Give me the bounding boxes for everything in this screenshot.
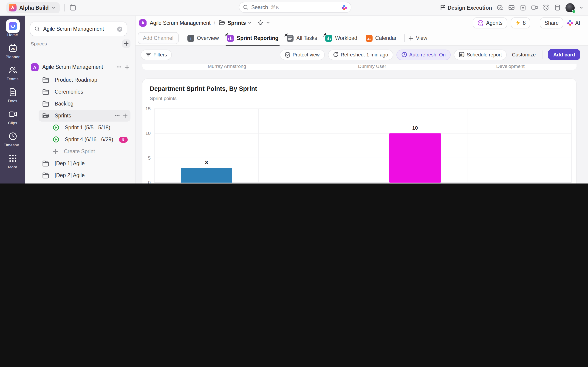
- add-channel-button[interactable]: Add Channel: [138, 32, 179, 44]
- flag-icon: [440, 5, 445, 10]
- tab-calendar[interactable]: 31 Calendar: [361, 30, 401, 46]
- sidebar-item-sprints[interactable]: Sprints: [39, 110, 130, 122]
- sidebar-item-ceremonies[interactable]: Ceremonies: [39, 86, 130, 98]
- search-icon: [35, 26, 40, 32]
- timesheet-clock-icon: [8, 131, 17, 141]
- sidebar: Agile Scrum Management Spaces A Agile Sc…: [25, 15, 136, 184]
- tab-label: Sprint Reporting: [237, 35, 278, 41]
- protect-view-button[interactable]: Protect view: [280, 49, 325, 60]
- clear-search-icon[interactable]: [117, 26, 123, 32]
- notes-doc-icon[interactable]: [554, 4, 561, 11]
- clips-video-icon: [8, 109, 17, 119]
- rail-item-planner[interactable]: 25Planner: [0, 43, 25, 59]
- plus-icon: [409, 35, 414, 41]
- rail-item-docs[interactable]: Docs: [0, 87, 25, 103]
- tab-workload[interactable]: Workload: [321, 30, 362, 46]
- chevron-down-icon[interactable]: [579, 6, 583, 10]
- sidebar-item-sprint-1-5-5-5-18[interactable]: Sprint 1 (5/5 - 5/18): [49, 122, 130, 133]
- search-shortcut: ⌘K: [271, 4, 279, 10]
- ellipsis-icon[interactable]: [116, 66, 122, 68]
- sidebar-item-backlog[interactable]: Backlog: [39, 98, 130, 110]
- rail-item-label: Home: [7, 33, 18, 37]
- customize-button[interactable]: Customize: [512, 52, 536, 57]
- ai-button[interactable]: AI: [567, 19, 580, 26]
- filter-icon: [146, 52, 151, 57]
- filters-label: Filters: [153, 52, 167, 57]
- plus-icon: [53, 149, 58, 154]
- sidebar-item-label: [Dep 2] Agile: [55, 173, 130, 178]
- plus-icon[interactable]: [124, 65, 130, 69]
- header-actions: Agents 8 Share AI: [473, 17, 580, 28]
- ai-flower-icon[interactable]: [341, 4, 347, 10]
- breadcrumb-space[interactable]: Agile Scrum Management: [150, 20, 211, 25]
- status-flag[interactable]: Design Execution: [440, 5, 492, 10]
- auto-refresh-toggle[interactable]: Auto refresh: On: [397, 49, 451, 60]
- info-icon: i: [187, 35, 194, 42]
- calendar-icon[interactable]: [69, 4, 76, 11]
- more-grid-icon: [9, 153, 17, 163]
- folder-icon: [42, 172, 49, 178]
- sidebar-item-product-roadmap[interactable]: Product Roadmap: [39, 74, 130, 86]
- bar-chart-card[interactable]: Department Sprint Points, By Sprint Spri…: [142, 79, 576, 184]
- alarm-clock-icon[interactable]: [543, 4, 549, 11]
- credits-button[interactable]: 8: [511, 17, 530, 28]
- inbox-icon[interactable]: [508, 4, 515, 11]
- ai-flower-icon: [567, 19, 573, 26]
- refreshed-button[interactable]: Refreshed: 1 min ago: [328, 49, 393, 60]
- clips-camera-icon[interactable]: [531, 4, 538, 11]
- add-card-button[interactable]: Add card: [548, 49, 580, 60]
- report-icon: [459, 52, 464, 57]
- tab-overview[interactable]: i Overview: [183, 30, 223, 46]
- svg-text:15: 15: [145, 106, 151, 111]
- user-avatar[interactable]: [565, 3, 575, 12]
- view-tabs: Add Channel i Overview Sprint Reporting …: [136, 30, 588, 46]
- star-icon[interactable]: [257, 19, 264, 26]
- schedule-report-label: Schedule report: [467, 52, 502, 57]
- svg-text:5: 5: [148, 155, 151, 161]
- agents-button[interactable]: Agents: [473, 17, 507, 28]
- lightning-icon: [515, 20, 520, 26]
- sidebar-item-label: Backlog: [55, 101, 130, 106]
- chevron-down-icon: [52, 6, 56, 10]
- folder-open-icon: [42, 112, 49, 119]
- schedule-report-button[interactable]: Schedule report: [454, 49, 507, 60]
- sidebar-item-dep-3-agile[interactable]: [Dep 3] Agile: [39, 181, 130, 184]
- chevron-down-icon[interactable]: [248, 21, 252, 25]
- rail-item-more[interactable]: More: [0, 153, 25, 169]
- global-search-input[interactable]: Search ⌘K: [239, 2, 351, 13]
- rail-item-timeshe[interactable]: Timeshe..: [0, 131, 25, 147]
- sidebar-item-dep-2-agile[interactable]: [Dep 2] Agile: [39, 169, 130, 181]
- rail-item-teams[interactable]: Teams: [0, 65, 25, 81]
- clipped-label: Murray Armstrong: [208, 63, 246, 69]
- filters-button[interactable]: Filters: [141, 49, 172, 60]
- sidebar-item-create-sprint[interactable]: Create Sprint: [49, 145, 130, 157]
- sidebar-item-label: [Dep 1] Agile: [55, 161, 130, 166]
- tab-all-tasks[interactable]: All Tasks: [283, 30, 321, 46]
- tab-sprint-reporting[interactable]: Sprint Reporting: [223, 30, 283, 46]
- add-view-button[interactable]: View: [409, 35, 427, 41]
- svg-text:25: 25: [11, 47, 15, 51]
- breadcrumb-view[interactable]: Sprints: [228, 20, 246, 25]
- breadcrumb: A Agile Scrum Management / Sprints Agent…: [136, 15, 588, 30]
- workspace-switcher[interactable]: Alpha Build: [6, 2, 60, 13]
- share-label: Share: [545, 20, 559, 25]
- sidebar-item-sprint-4-6-16-6-29[interactable]: Sprint 4 (6/16 - 6/29)5: [49, 133, 130, 145]
- rail-item-clips[interactable]: Clips: [0, 109, 25, 125]
- task-check-icon[interactable]: [497, 4, 503, 11]
- tab-label: All Tasks: [296, 35, 317, 41]
- sidebar-item-label: Create Sprint: [64, 149, 130, 154]
- sidebar-space-item[interactable]: A Agile Scrum Management: [29, 61, 131, 73]
- dashboard-content: Filters Protect view Refreshed: 1 min ag…: [136, 46, 588, 184]
- shield-icon: [285, 52, 290, 58]
- planner-calendar-icon: 25: [8, 43, 17, 53]
- clipboard-icon[interactable]: [519, 4, 527, 11]
- chevron-down-icon[interactable]: [266, 21, 270, 25]
- calendar-31-icon: 31: [365, 35, 372, 42]
- add-space-button[interactable]: [122, 40, 130, 48]
- rail-item-home[interactable]: Home: [0, 21, 25, 37]
- share-button[interactable]: Share: [540, 17, 563, 28]
- app-window: Alpha Build Search ⌘K Design Execution: [0, 0, 588, 184]
- sidebar-search-input[interactable]: Agile Scrum Management: [30, 22, 127, 36]
- search-placeholder: Search: [251, 5, 268, 10]
- sidebar-item-dep-1-agile[interactable]: [Dep 1] Agile: [39, 157, 130, 169]
